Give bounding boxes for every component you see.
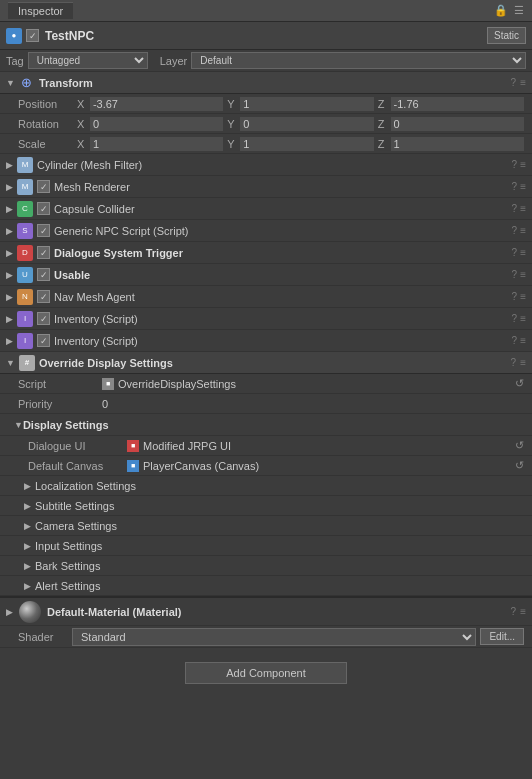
component-row-dialogue-trigger[interactable]: ▶ D ✓ Dialogue System Trigger ? ≡ bbox=[0, 242, 532, 264]
inventory-2-expand-arrow: ▶ bbox=[6, 336, 13, 346]
dialogue-ui-ref-icon: ■ bbox=[127, 440, 139, 452]
component-row-inventory-1[interactable]: ▶ I ✓ Inventory (Script) ? ≡ bbox=[0, 308, 532, 330]
transform-header[interactable]: ▼ ⊕ Transform ? ≡ bbox=[0, 72, 532, 94]
layer-label: Layer bbox=[160, 55, 188, 67]
object-active-checkbox[interactable]: ✓ bbox=[26, 29, 39, 42]
rotation-z-input[interactable] bbox=[391, 117, 524, 131]
shader-dropdown[interactable]: Standard bbox=[72, 628, 476, 646]
transform-settings-icon[interactable]: ≡ bbox=[520, 77, 526, 88]
component-row-inventory-2[interactable]: ▶ I ✓ Inventory (Script) ? ≡ bbox=[0, 330, 532, 352]
usable-settings-icon[interactable]: ≡ bbox=[520, 269, 526, 280]
mesh-renderer-settings-icon[interactable]: ≡ bbox=[520, 181, 526, 192]
dialogue-trigger-checkbox[interactable]: ✓ bbox=[37, 246, 50, 259]
dialogue-trigger-name: Dialogue System Trigger bbox=[54, 247, 508, 259]
alert-settings-row[interactable]: ▶ Alert Settings bbox=[0, 576, 532, 596]
mesh-renderer-help-icon[interactable]: ? bbox=[512, 181, 518, 192]
object-name: TestNPC bbox=[43, 29, 483, 43]
nav-mesh-name: Nav Mesh Agent bbox=[54, 291, 508, 303]
scale-y-item: Y bbox=[227, 137, 373, 151]
menu-icon[interactable]: ☰ bbox=[514, 4, 524, 17]
inspector-tab[interactable]: Inspector bbox=[8, 2, 73, 19]
nav-mesh-help-icon[interactable]: ? bbox=[512, 291, 518, 302]
scale-y-input[interactable] bbox=[240, 137, 373, 151]
override-script-refresh-icon[interactable]: ↺ bbox=[515, 377, 524, 390]
inventory-1-help-icon[interactable]: ? bbox=[512, 313, 518, 324]
nav-mesh-settings-icon[interactable]: ≡ bbox=[520, 291, 526, 302]
position-x-label: X bbox=[77, 98, 88, 110]
dialogue-ui-row: Dialogue UI ■ Modified JRPG UI ↺ bbox=[0, 436, 532, 456]
override-settings-icon[interactable]: ≡ bbox=[520, 357, 526, 368]
inventory-2-help-icon[interactable]: ? bbox=[512, 335, 518, 346]
inventory-1-end-icons: ? ≡ bbox=[512, 313, 526, 324]
camera-settings-row[interactable]: ▶ Camera Settings bbox=[0, 516, 532, 536]
cylinder-settings-icon[interactable]: ≡ bbox=[520, 159, 526, 170]
inventory-1-settings-icon[interactable]: ≡ bbox=[520, 313, 526, 324]
scale-x-input[interactable] bbox=[90, 137, 223, 151]
title-bar-icons: 🔒 ☰ bbox=[494, 4, 524, 17]
position-y-item: Y 1 bbox=[227, 97, 373, 111]
scale-z-input[interactable] bbox=[391, 137, 524, 151]
bark-settings-row[interactable]: ▶ Bark Settings bbox=[0, 556, 532, 576]
component-row-usable[interactable]: ▶ U ✓ Usable ? ≡ bbox=[0, 264, 532, 286]
rotation-y-label: Y bbox=[227, 118, 238, 130]
rotation-label: Rotation bbox=[18, 118, 73, 130]
mesh-renderer-checkbox[interactable]: ✓ bbox=[37, 180, 50, 193]
camera-expand-arrow: ▶ bbox=[24, 521, 31, 531]
input-settings-row[interactable]: ▶ Input Settings bbox=[0, 536, 532, 556]
component-row-nav-mesh[interactable]: ▶ N ✓ Nav Mesh Agent ? ≡ bbox=[0, 286, 532, 308]
add-component-button[interactable]: Add Component bbox=[185, 662, 347, 684]
position-z-label: Z bbox=[378, 98, 389, 110]
cylinder-help-icon[interactable]: ? bbox=[512, 159, 518, 170]
subtitle-settings-row[interactable]: ▶ Subtitle Settings bbox=[0, 496, 532, 516]
alert-label: Alert Settings bbox=[35, 580, 100, 592]
capsule-collider-expand-arrow: ▶ bbox=[6, 204, 13, 214]
default-canvas-row: Default Canvas ■ PlayerCanvas (Canvas) ↺ bbox=[0, 456, 532, 476]
position-z-input[interactable]: -1.76 bbox=[391, 97, 524, 111]
rotation-y-input[interactable] bbox=[240, 117, 373, 131]
inventory-2-checkbox[interactable]: ✓ bbox=[37, 334, 50, 347]
static-button[interactable]: Static bbox=[487, 27, 526, 44]
transform-help-icon[interactable]: ? bbox=[511, 77, 517, 88]
subtitle-label: Subtitle Settings bbox=[35, 500, 115, 512]
dialogue-trigger-help-icon[interactable]: ? bbox=[512, 247, 518, 258]
title-bar: Inspector 🔒 ☰ bbox=[0, 0, 532, 22]
usable-checkbox[interactable]: ✓ bbox=[37, 268, 50, 281]
nav-mesh-checkbox[interactable]: ✓ bbox=[37, 290, 50, 303]
component-row-mesh-renderer[interactable]: ▶ M ✓ Mesh Renderer ? ≡ bbox=[0, 176, 532, 198]
layer-dropdown[interactable]: Default bbox=[191, 52, 526, 69]
position-x-input[interactable]: -3.67 bbox=[90, 97, 223, 111]
tag-label: Tag bbox=[6, 55, 24, 67]
material-help-icon[interactable]: ? bbox=[511, 606, 517, 617]
tag-dropdown[interactable]: Untagged bbox=[28, 52, 148, 69]
usable-help-icon[interactable]: ? bbox=[512, 269, 518, 280]
npc-script-checkbox[interactable]: ✓ bbox=[37, 224, 50, 237]
default-canvas-refresh-icon[interactable]: ↺ bbox=[515, 459, 524, 472]
override-script-value: OverrideDisplaySettings bbox=[118, 378, 511, 390]
subtitle-expand-arrow: ▶ bbox=[24, 501, 31, 511]
override-header[interactable]: ▼ # Override Display Settings ? ≡ bbox=[0, 352, 532, 374]
material-settings-icon[interactable]: ≡ bbox=[520, 606, 526, 617]
capsule-collider-checkbox[interactable]: ✓ bbox=[37, 202, 50, 215]
rotation-z-label: Z bbox=[378, 118, 389, 130]
component-row-npc-script[interactable]: ▶ S ✓ Generic NPC Script (Script) ? ≡ bbox=[0, 220, 532, 242]
capsule-collider-settings-icon[interactable]: ≡ bbox=[520, 203, 526, 214]
dialogue-ui-refresh-icon[interactable]: ↺ bbox=[515, 439, 524, 452]
localization-settings-row[interactable]: ▶ Localization Settings bbox=[0, 476, 532, 496]
dialogue-trigger-settings-icon[interactable]: ≡ bbox=[520, 247, 526, 258]
edit-material-button[interactable]: Edit... bbox=[480, 628, 524, 645]
override-icon: # bbox=[19, 355, 35, 371]
component-row-capsule-collider[interactable]: ▶ C ✓ Capsule Collider ? ≡ bbox=[0, 198, 532, 220]
override-help-icon[interactable]: ? bbox=[511, 357, 517, 368]
display-settings-header[interactable]: ▼ Display Settings bbox=[0, 414, 532, 436]
lock-icon[interactable]: 🔒 bbox=[494, 4, 508, 17]
input-label: Input Settings bbox=[35, 540, 102, 552]
npc-script-help-icon[interactable]: ? bbox=[512, 225, 518, 236]
inventory-2-settings-icon[interactable]: ≡ bbox=[520, 335, 526, 346]
npc-script-settings-icon[interactable]: ≡ bbox=[520, 225, 526, 236]
rotation-x-input[interactable] bbox=[90, 117, 223, 131]
capsule-collider-help-icon[interactable]: ? bbox=[512, 203, 518, 214]
position-y-input[interactable]: 1 bbox=[240, 97, 373, 111]
component-row-cylinder[interactable]: ▶ M Cylinder (Mesh Filter) ? ≡ bbox=[0, 154, 532, 176]
inventory-1-checkbox[interactable]: ✓ bbox=[37, 312, 50, 325]
npc-script-end-icons: ? ≡ bbox=[512, 225, 526, 236]
